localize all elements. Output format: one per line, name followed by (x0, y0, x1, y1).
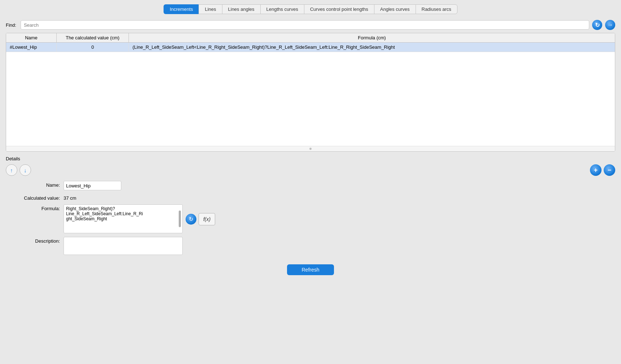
calc-value-row: Calculated value: 37 cm (6, 194, 615, 201)
search-bar: Find: ↻ → (0, 18, 621, 33)
cell-name: #Lowest_Hip (6, 43, 57, 52)
formula-buttons: ↻ f(x) (186, 204, 215, 225)
tab-lines[interactable]: Lines (199, 4, 222, 14)
calc-label: Calculated value: (6, 194, 64, 201)
move-down-button[interactable]: ↓ (19, 164, 31, 176)
description-row: Description: (6, 237, 615, 255)
add-button[interactable]: + (590, 164, 602, 176)
tab-increments[interactable]: Increments (164, 4, 199, 14)
col-header-name: Name (6, 33, 57, 42)
down-arrow-icon: ↓ (24, 167, 27, 173)
refresh-button[interactable]: Refresh (287, 264, 334, 275)
details-right-buttons: + − (590, 164, 615, 176)
tab-radiuses-arcs[interactable]: Radiuses arcs (416, 4, 457, 14)
desc-textarea[interactable] (64, 237, 183, 255)
plus-icon: + (594, 166, 598, 174)
find-label: Find: (6, 22, 16, 28)
formula-refresh-icon: ↻ (189, 216, 194, 222)
col-header-value: The calculated value (cm) (57, 33, 129, 42)
calc-value: 37 cm (64, 194, 76, 201)
up-arrow-icon: ↑ (10, 167, 13, 173)
tab-bar: Increments Lines Lines angles Lengths cu… (0, 0, 621, 18)
formula-label: Formula: (6, 204, 64, 211)
minus-icon: − (608, 166, 612, 174)
scroll-dot (309, 148, 312, 150)
arrow-right-icon: → (607, 22, 613, 28)
table-empty-area (6, 52, 615, 146)
scroll-indicator (6, 146, 615, 151)
remove-button[interactable]: − (604, 164, 615, 176)
details-controls: ↑ ↓ + − (6, 164, 615, 176)
cell-value: 0 (57, 43, 129, 52)
details-left-buttons: ↑ ↓ (6, 164, 31, 176)
formula-row: Formula: ↻ f(x) (6, 204, 615, 233)
move-up-button[interactable]: ↑ (6, 164, 17, 176)
details-section: Details ↑ ↓ + − Name: Calculated value: … (0, 152, 621, 255)
formula-refresh-button[interactable]: ↻ (186, 214, 196, 225)
tab-curves-control[interactable]: Curves control point lengths (304, 4, 374, 14)
table-header: Name The calculated value (cm) Formula (… (6, 33, 615, 43)
table-row[interactable]: #Lowest_Hip 0 (Line_R_Left_SideSeam_Left… (6, 43, 615, 52)
refresh-circle-button[interactable]: ↻ (592, 20, 602, 30)
tab-angles-curves[interactable]: Angles curves (374, 4, 416, 14)
data-table: Name The calculated value (cm) Formula (… (6, 33, 615, 152)
details-title: Details (6, 156, 615, 161)
tab-lengths-curves[interactable]: Lengths curves (260, 4, 304, 14)
name-input[interactable] (64, 181, 121, 190)
tab-lines-angles[interactable]: Lines angles (222, 4, 260, 14)
desc-label: Description: (6, 237, 64, 244)
formula-textarea[interactable] (64, 204, 183, 233)
arrow-right-button[interactable]: → (605, 20, 615, 30)
name-row: Name: (6, 181, 615, 190)
col-header-formula: Formula (cm) (129, 33, 615, 42)
fx-button[interactable]: f(x) (199, 213, 215, 225)
fx-icon: f(x) (203, 216, 210, 222)
refresh-row: Refresh (0, 261, 621, 282)
search-input[interactable] (21, 20, 589, 30)
name-label: Name: (6, 181, 64, 188)
cell-formula: (Line_R_Left_SideSeam_Left<Line_R_Right_… (129, 43, 615, 52)
refresh-icon: ↻ (595, 22, 600, 29)
